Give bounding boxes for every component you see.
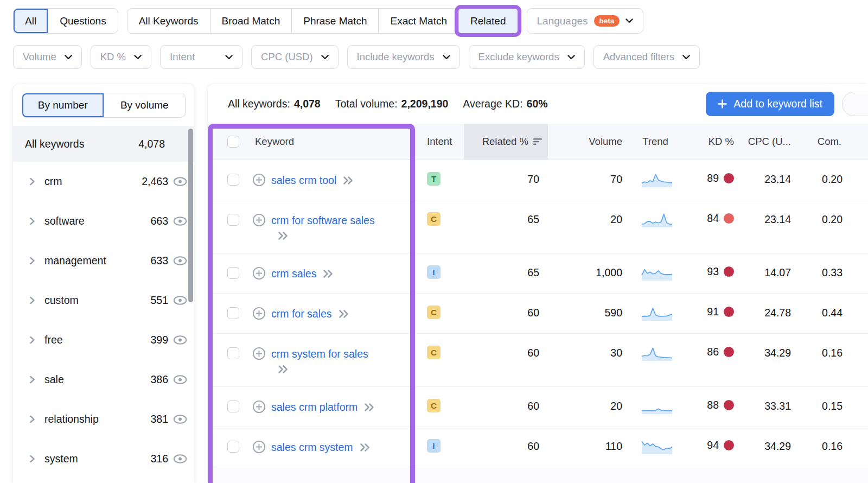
tab-phrase-match[interactable]: Phrase Match	[291, 9, 378, 33]
cpc-value: 24.78	[729, 307, 791, 319]
column-header-related[interactable]: Related %	[464, 124, 548, 160]
add-keyword-button[interactable]	[252, 266, 266, 280]
table-row-crm-sales: crm salesI651,0009314.070.33	[208, 253, 868, 294]
add-keyword-button[interactable]	[252, 173, 266, 187]
tab-by-volume[interactable]: By volume	[104, 93, 186, 117]
intent-cell: T	[427, 172, 441, 186]
filter-label: Advanced filters	[603, 51, 675, 63]
column-header-volume[interactable]: Volume	[555, 136, 622, 148]
trend-cell	[641, 264, 673, 283]
add-keyword-button[interactable]	[252, 213, 266, 227]
tab-related[interactable]: Related	[458, 9, 518, 33]
keyword-link[interactable]: sales crm platform	[271, 401, 358, 413]
filter-kd[interactable]: KD %	[91, 45, 151, 69]
languages-dropdown[interactable]: Languages beta	[527, 8, 644, 34]
keyword-cell: sales crm system	[227, 440, 371, 457]
table-body: sales crm toolT70708923.140.20crm for so…	[208, 160, 868, 467]
group-term: management	[44, 255, 106, 267]
kd-cell: 93	[669, 265, 734, 278]
kd-value: 89	[707, 172, 719, 185]
cpc-value: 33.31	[729, 400, 791, 412]
sidebar-group-free[interactable]: free399	[13, 320, 194, 360]
row-checkbox[interactable]	[227, 267, 239, 279]
hide-group-button[interactable]	[173, 296, 187, 305]
keyword-link[interactable]: crm for sales	[271, 308, 332, 320]
related-header-label: Related %	[482, 136, 528, 148]
row-checkbox[interactable]	[227, 307, 239, 319]
chevron-right-icon	[29, 376, 35, 384]
hide-group-button[interactable]	[173, 335, 187, 345]
open-keyword-icon	[363, 402, 375, 412]
intent-cell: I	[427, 439, 441, 453]
keyword-cell: sales crm tool	[227, 173, 354, 190]
keyword-link[interactable]: sales crm tool	[271, 174, 336, 186]
tab-all-keywords[interactable]: All Keywords	[127, 9, 210, 33]
chevron-down-icon	[682, 55, 690, 60]
tab-by-number[interactable]: By number	[22, 93, 104, 117]
select-all-checkbox[interactable]	[227, 136, 239, 148]
open-keyword-details[interactable]	[338, 309, 349, 324]
column-header-competition[interactable]: Com.	[799, 136, 841, 148]
add-keyword-button[interactable]	[252, 440, 266, 454]
add-keyword-button[interactable]	[252, 347, 266, 360]
tab-questions[interactable]: Questions	[48, 9, 118, 33]
kd-cell: 89	[669, 172, 734, 185]
competition-value: 0.16	[799, 440, 843, 453]
filter-intent[interactable]: Intent	[160, 45, 242, 69]
group-count: 2,463	[142, 175, 168, 188]
column-header-cpc[interactable]: CPC (U...	[729, 136, 791, 148]
hide-group-button[interactable]	[173, 375, 187, 384]
sidebar-scrollbar[interactable]	[188, 129, 193, 302]
open-keyword-details[interactable]	[342, 175, 354, 190]
hide-group-button[interactable]	[173, 217, 187, 226]
row-checkbox[interactable]	[227, 401, 239, 412]
row-checkbox[interactable]	[227, 214, 239, 226]
group-count: 551	[150, 294, 168, 307]
row-checkbox[interactable]	[227, 347, 239, 359]
intent-cell: C	[427, 346, 441, 359]
sidebar-group-crm[interactable]: crm2,463	[13, 162, 194, 201]
hide-group-button[interactable]	[173, 454, 187, 463]
keyword-link[interactable]: crm for software sales	[271, 214, 375, 226]
tab-broad-match[interactable]: Broad Match	[210, 9, 292, 33]
row-checkbox[interactable]	[227, 441, 239, 453]
row-checkbox[interactable]	[227, 174, 239, 186]
keyword-text: crm for software sales	[271, 213, 383, 246]
trend-sparkline-chart	[641, 264, 673, 281]
add-keyword-button[interactable]	[252, 400, 266, 414]
column-header-kd[interactable]: KD %	[669, 136, 734, 148]
keyword-link[interactable]: crm sales	[271, 268, 316, 279]
stat-average-kd: Average KD: 60%	[463, 98, 547, 110]
match-type-tabs: All KeywordsBroad MatchPhrase MatchExact…	[127, 8, 518, 34]
filter-exclude-keywords[interactable]: Exclude keywords	[469, 45, 585, 69]
sidebar-group-sale[interactable]: sale386	[13, 360, 194, 399]
filter-advanced-filters[interactable]: Advanced filters	[593, 45, 700, 69]
sidebar-group-system[interactable]: system316	[13, 439, 194, 479]
open-keyword-details[interactable]	[277, 364, 289, 379]
sidebar-group-management[interactable]: management633	[13, 241, 194, 281]
sidebar-group-relationship[interactable]: relationship381	[13, 399, 194, 439]
open-keyword-details[interactable]	[363, 402, 375, 417]
trend-sparkline-chart	[641, 397, 673, 415]
cutoff-button[interactable]	[842, 92, 868, 116]
add-keyword-button[interactable]	[252, 307, 266, 320]
filter-include-keywords[interactable]: Include keywords	[347, 45, 460, 69]
hide-group-button[interactable]	[173, 415, 187, 424]
sidebar-group-software[interactable]: software663	[13, 201, 194, 241]
tab-exact-match[interactable]: Exact Match	[378, 9, 458, 33]
stat-label: Average KD:	[463, 98, 522, 110]
add-to-keyword-list-button[interactable]: Add to keyword list	[706, 92, 834, 116]
hide-group-button[interactable]	[173, 177, 187, 186]
trend-sparkline-chart	[641, 344, 673, 361]
sidebar-group-custom[interactable]: custom551	[13, 281, 194, 320]
keyword-link[interactable]: sales crm system	[271, 441, 353, 453]
hide-group-button[interactable]	[173, 256, 187, 265]
keyword-link[interactable]: crm system for sales	[271, 348, 368, 360]
tab-all[interactable]: All	[14, 9, 48, 33]
filter-cpc-usd[interactable]: CPC (USD)	[251, 45, 339, 69]
open-keyword-details[interactable]	[277, 231, 289, 246]
sidebar-all-keywords[interactable]: All keywords 4,078	[13, 126, 194, 162]
open-keyword-details[interactable]	[322, 269, 334, 284]
open-keyword-details[interactable]	[359, 442, 371, 457]
filter-volume[interactable]: Volume	[13, 45, 82, 69]
